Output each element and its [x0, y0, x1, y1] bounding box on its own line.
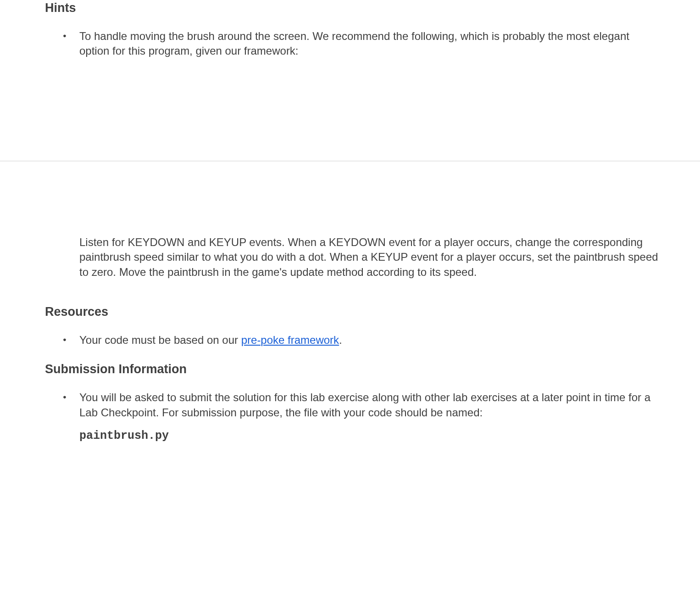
resources-list: Your code must be based on our pre-poke …	[45, 333, 659, 347]
submission-list: You will be asked to submit the solution…	[45, 390, 659, 420]
submission-filename: paintbrush.py	[45, 429, 659, 442]
resources-text-prefix: Your code must be based on our	[79, 334, 241, 346]
hints-bullet-1: To handle moving the brush around the sc…	[79, 29, 659, 59]
hints-paragraph: Listen for KEYDOWN and KEYUP events. Whe…	[45, 235, 659, 280]
hints-list: To handle moving the brush around the sc…	[45, 29, 659, 59]
submission-bullet-1: You will be asked to submit the solution…	[79, 390, 659, 420]
pre-poke-framework-link[interactable]: pre-poke framework	[241, 334, 339, 346]
resources-heading: Resources	[45, 305, 659, 319]
resources-text-suffix: .	[339, 334, 342, 346]
resources-bullet-1: Your code must be based on our pre-poke …	[79, 333, 659, 347]
hints-heading: Hints	[45, 1, 659, 15]
submission-heading: Submission Information	[45, 362, 659, 376]
